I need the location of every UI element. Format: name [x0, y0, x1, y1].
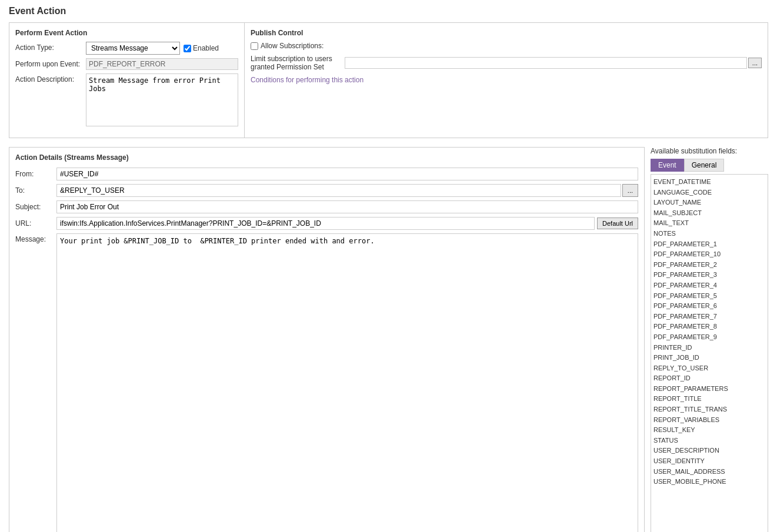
perform-upon-event-label: Perform upon Event:	[15, 58, 86, 68]
action-description-label: Action Description:	[15, 73, 86, 83]
to-label: To:	[15, 186, 56, 195]
substitution-field-item[interactable]: PDF_PARAMETER_3	[653, 270, 765, 280]
substitution-field-item[interactable]: USER_DESCRIPTION	[653, 446, 765, 456]
substitution-field-item[interactable]: PDF_PARAMETER_7	[653, 312, 765, 322]
to-browse-button[interactable]: ...	[622, 184, 638, 197]
substitution-field-item[interactable]: PDF_PARAMETER_5	[653, 291, 765, 302]
substitution-field-item[interactable]: REPORT_TITLE	[653, 394, 765, 404]
subject-input[interactable]	[56, 200, 638, 213]
substitution-field-item[interactable]: REPLY_TO_USER	[653, 363, 765, 374]
default-url-button[interactable]: Default Url	[597, 218, 638, 229]
substitution-field-item[interactable]: PRINT_JOB_ID	[653, 353, 765, 363]
publish-control-title: Publish Control	[251, 29, 762, 37]
substitution-field-item[interactable]: REPORT_TITLE_TRANS	[653, 404, 765, 415]
subject-label: Subject:	[15, 203, 56, 211]
substitution-field-item[interactable]: USER_MOBILE_PHONE	[653, 477, 765, 487]
substitution-field-item[interactable]: LANGUAGE_CODE	[653, 188, 765, 198]
substitution-field-item[interactable]: PDF_PARAMETER_8	[653, 322, 765, 332]
allow-subscriptions-label: Allow Subscriptions:	[261, 42, 324, 50]
substitution-field-item[interactable]: LAYOUT_NAME	[653, 198, 765, 208]
substitution-field-item[interactable]: NOTES	[653, 229, 765, 239]
tab-general[interactable]: General	[684, 159, 725, 172]
from-input[interactable]	[56, 168, 638, 180]
substitution-fields-title: Available substitution fields:	[651, 147, 768, 155]
tab-event[interactable]: Event	[651, 159, 684, 172]
substitution-field-item[interactable]: EVENT_DATETIME	[653, 177, 765, 188]
substitution-field-item[interactable]: PDF_PARAMETER_2	[653, 260, 765, 270]
action-description-textarea[interactable]	[86, 73, 238, 126]
message-textarea[interactable]	[56, 233, 638, 532]
conditions-link[interactable]: Conditions for performing this action	[251, 76, 364, 84]
perform-upon-event-input	[86, 58, 238, 70]
page-title: Event Action	[9, 6, 768, 16]
substitution-field-item[interactable]: PRINTER_ID	[653, 343, 765, 353]
enabled-label: Enabled	[193, 44, 219, 52]
substitution-field-item[interactable]: PDF_PARAMETER_1	[653, 239, 765, 250]
substitution-field-item[interactable]: RESULT_KEY	[653, 425, 765, 436]
substitution-field-item[interactable]: PDF_PARAMETER_10	[653, 249, 765, 260]
to-input[interactable]	[56, 184, 621, 197]
url-input[interactable]	[56, 217, 595, 230]
url-label: URL:	[15, 219, 56, 227]
message-label: Message:	[15, 233, 56, 243]
substitution-field-item[interactable]: REPORT_PARAMETERS	[653, 384, 765, 394]
substitution-field-item[interactable]: MAIL_SUBJECT	[653, 208, 765, 219]
browse-permission-set-button[interactable]: ...	[748, 58, 762, 68]
allow-subscriptions-checkbox[interactable]	[251, 42, 258, 50]
substitution-field-item[interactable]: STATUS	[653, 436, 765, 446]
substitution-fields-list: EVENT_DATETIMELANGUAGE_CODELAYOUT_NAMEMA…	[651, 174, 768, 532]
substitution-field-item[interactable]: PDF_PARAMETER_4	[653, 280, 765, 291]
perform-event-action-title: Perform Event Action	[15, 29, 238, 37]
action-type-select[interactable]: Streams Message	[86, 42, 180, 55]
enabled-checkbox[interactable]	[184, 45, 191, 52]
limit-subscription-label: Limit subscription to users granted Perm…	[251, 55, 345, 71]
substitution-field-item[interactable]: PDF_PARAMETER_9	[653, 332, 765, 343]
action-type-label: Action Type:	[15, 42, 86, 52]
substitution-field-item[interactable]: REPORT_VARIABLES	[653, 415, 765, 426]
action-details-title: Action Details (Streams Message)	[15, 153, 638, 162]
substitution-field-item[interactable]: USER_MAIL_ADDRESS	[653, 467, 765, 477]
substitution-field-item[interactable]: USER_IDENTITY	[653, 456, 765, 467]
substitution-field-item[interactable]: PDF_PARAMETER_6	[653, 301, 765, 312]
limit-subscription-input[interactable]	[345, 57, 747, 69]
substitution-field-item[interactable]: MAIL_TEXT	[653, 218, 765, 229]
from-label: From:	[15, 170, 56, 178]
substitution-field-item[interactable]: REPORT_ID	[653, 373, 765, 384]
